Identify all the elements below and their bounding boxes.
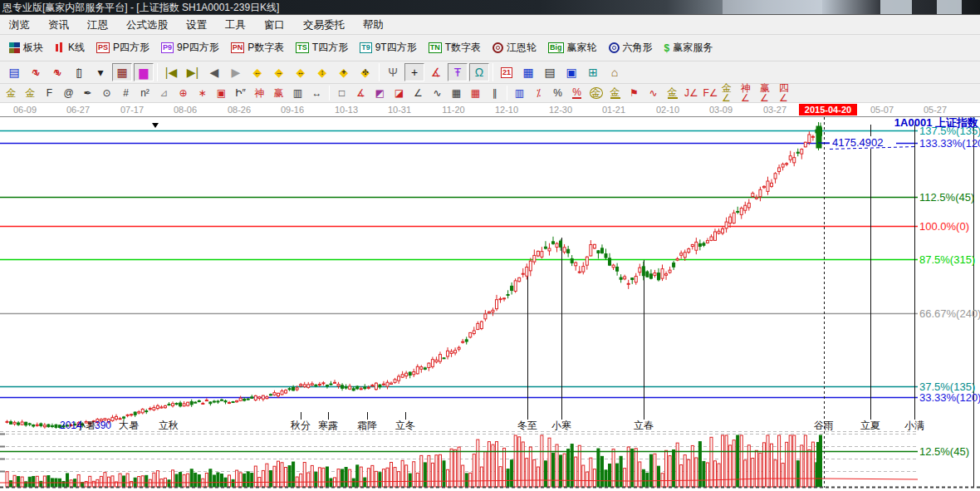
grid-red-icon[interactable]: ▦ bbox=[467, 86, 484, 101]
crosshair-tool-icon[interactable]: + bbox=[404, 63, 424, 81]
ying-tool-icon[interactable]: 赢 bbox=[270, 86, 287, 101]
f-angle-icon[interactable]: F∠ bbox=[702, 86, 719, 101]
menu-item-8[interactable]: 帮助 bbox=[354, 15, 393, 35]
shift-left-icon[interactable]: ◆← bbox=[247, 63, 267, 81]
next-bar-icon[interactable]: ▶ bbox=[226, 63, 246, 81]
gold-lines-icon[interactable]: 金 bbox=[606, 86, 624, 101]
t-square-button[interactable]: TST四方形 bbox=[290, 38, 354, 57]
shen-tool-icon[interactable]: 神 bbox=[251, 86, 268, 101]
wave-3-icon[interactable]: ∿3 bbox=[26, 63, 46, 81]
zoom-out-icon[interactable]: ◆+ bbox=[334, 63, 354, 81]
cycle-clock-icon[interactable]: ⊙ bbox=[98, 86, 115, 101]
expand-vertical-icon[interactable]: ◆↕ bbox=[312, 63, 332, 81]
winner-wheel-button-label: 赢家轮 bbox=[567, 41, 597, 55]
notepad-icon[interactable]: ▤ bbox=[540, 63, 560, 81]
hexagon-button-icon bbox=[609, 42, 620, 53]
first-bar-icon[interactable]: |◀ bbox=[161, 63, 181, 81]
square-spiral-icon[interactable]: ▣ bbox=[213, 86, 230, 101]
gann-grid-icon[interactable]: ▦ bbox=[112, 63, 132, 81]
brush-icon[interactable]: ✒ bbox=[79, 86, 96, 101]
pennant-icon[interactable]: ⊿ bbox=[155, 86, 173, 101]
wave-axis-icon[interactable]: ∿ bbox=[644, 86, 662, 101]
kline-chart[interactable]: 06-0906-2707-1708-0608-2609-1610-1310-31… bbox=[0, 103, 980, 491]
expand-horizontal-icon[interactable]: ◆↔ bbox=[291, 63, 311, 81]
winner-wheel-button[interactable]: Big赢家轮 bbox=[542, 38, 603, 57]
ying-angle-icon[interactable]: 赢∠ bbox=[759, 86, 777, 101]
n-square-icon[interactable]: n² bbox=[136, 86, 154, 101]
p-number-table-button[interactable]: PNP数字表 bbox=[225, 38, 291, 57]
9t-square-button[interactable]: T99T四方形 bbox=[354, 38, 423, 57]
p-square-button-icon: PS bbox=[96, 42, 110, 53]
last-bar-icon[interactable]: ▶| bbox=[183, 63, 203, 81]
fan-box-red-icon[interactable]: ◪ bbox=[390, 86, 408, 101]
gann-gold-ruler-icon[interactable]: 金 bbox=[2, 86, 20, 101]
candle-type-dropdown[interactable]: ▾ bbox=[91, 63, 110, 81]
ray-burst-icon[interactable]: ∗ bbox=[194, 86, 211, 101]
hand-tool-icon[interactable]: Ψ bbox=[383, 63, 403, 81]
menu-item-1[interactable]: 资讯 bbox=[39, 15, 78, 35]
ruler-marks-icon[interactable]: # bbox=[117, 86, 135, 101]
sectors-button[interactable]: 板块 bbox=[3, 38, 49, 57]
spiral-icon[interactable]: @ bbox=[60, 86, 77, 101]
gold-square-icon[interactable]: 金 bbox=[22, 86, 39, 101]
network-icon[interactable]: ⊞ bbox=[583, 63, 603, 81]
menu-item-6[interactable]: 窗口 bbox=[255, 15, 294, 35]
gann-wheel-button[interactable]: 江恩轮 bbox=[487, 38, 542, 57]
flag-brush-icon[interactable]: ⚑ bbox=[625, 86, 643, 101]
grid-tool-icon[interactable]: ▦ bbox=[448, 86, 465, 101]
histogram-icon[interactable]: ▆ bbox=[134, 63, 154, 81]
angle-rays-icon[interactable]: ∠ bbox=[409, 86, 427, 101]
report-icon[interactable]: ▤ bbox=[4, 63, 24, 81]
calculator-icon[interactable]: ▦ bbox=[518, 63, 538, 81]
calendar-icon[interactable]: 21 bbox=[497, 63, 517, 81]
gold-angle-icon[interactable]: 金∠ bbox=[721, 86, 738, 101]
svg-text:390: 390 bbox=[95, 420, 111, 431]
wave-9-icon[interactable]: ∿9 bbox=[47, 63, 67, 81]
percent-level-icon[interactable]: % bbox=[568, 86, 586, 101]
width-arrows-icon[interactable]: ↔ bbox=[308, 86, 326, 101]
hexagon-button[interactable]: 六角形 bbox=[603, 38, 659, 57]
window-title: 恩专业版[赢家内部服务平台] - [上证指数 SH1A0001-239日K线] bbox=[2, 2, 279, 13]
prev-bar-icon[interactable]: ◀ bbox=[204, 63, 224, 81]
menu-item-4[interactable]: 设置 bbox=[177, 15, 216, 35]
bar-stats-icon[interactable]: ▥ bbox=[511, 86, 528, 101]
shift-right-icon[interactable]: ◆→ bbox=[269, 63, 289, 81]
menu-item-0[interactable]: 浏览 bbox=[0, 15, 39, 35]
menu-item-7[interactable]: 交易委托 bbox=[294, 15, 354, 35]
fib-ruler-icon[interactable]: F bbox=[41, 86, 58, 101]
p-square-button[interactable]: PSP四方形 bbox=[91, 38, 155, 57]
si-angle-icon[interactable]: 四∠ bbox=[778, 86, 796, 101]
menu-item-3[interactable]: 公式选股 bbox=[117, 15, 177, 35]
menu-item-5[interactable]: 工具 bbox=[216, 15, 255, 35]
percent-line-icon[interactable]: ⁒ bbox=[530, 86, 547, 101]
svg-text:100.0%(0): 100.0%(0) bbox=[919, 220, 969, 233]
percent-icon[interactable]: % bbox=[549, 86, 566, 101]
gold-angle-base-icon[interactable]: 金 bbox=[664, 86, 681, 101]
shen-angle-icon[interactable]: 神∠ bbox=[740, 86, 757, 101]
k-quote-icon[interactable]: Ի″ bbox=[232, 86, 249, 101]
terminal-icon[interactable]: ⌂ bbox=[605, 63, 625, 81]
t-number-table-button[interactable]: TNT数字表 bbox=[423, 38, 487, 57]
gold-circle-icon[interactable]: 金 bbox=[587, 86, 605, 101]
j-angle-icon[interactable]: J∠ bbox=[683, 86, 700, 101]
zigzag-icon[interactable]: ∿ bbox=[429, 86, 446, 101]
fan-box-purple-icon[interactable]: ◩ bbox=[371, 86, 389, 101]
winner-service-button[interactable]: $赢家服务 bbox=[659, 38, 719, 57]
zoom-all-icon[interactable]: ◆✣ bbox=[355, 63, 375, 81]
gann-fan-icon[interactable]: ∡ bbox=[352, 86, 370, 101]
target-circle-icon[interactable]: ⊕ bbox=[174, 86, 192, 101]
9p-square-button[interactable]: P99P四方形 bbox=[155, 38, 225, 57]
gown-tool-icon[interactable]: Ŧ bbox=[448, 63, 468, 81]
kline-button[interactable]: K线 bbox=[49, 38, 91, 57]
save-icon[interactable]: ▣ bbox=[561, 63, 581, 81]
menu-item-2[interactable]: 江恩 bbox=[78, 15, 117, 35]
brain-tool-icon[interactable]: Ω bbox=[469, 63, 489, 81]
measure-tool-icon[interactable]: ∡ bbox=[426, 63, 446, 81]
svg-text:12-10: 12-10 bbox=[495, 105, 518, 115]
box-tool-icon[interactable]: □ bbox=[333, 86, 350, 101]
candle-type-icon[interactable]: ▯│ bbox=[69, 63, 89, 81]
parallel-lines-icon[interactable]: ∥ bbox=[486, 86, 503, 101]
ruler-123-icon[interactable]: ▥ bbox=[289, 86, 306, 101]
svg-text:立冬: 立冬 bbox=[395, 420, 415, 431]
svg-text:112.5%(45): 112.5%(45) bbox=[919, 191, 974, 204]
